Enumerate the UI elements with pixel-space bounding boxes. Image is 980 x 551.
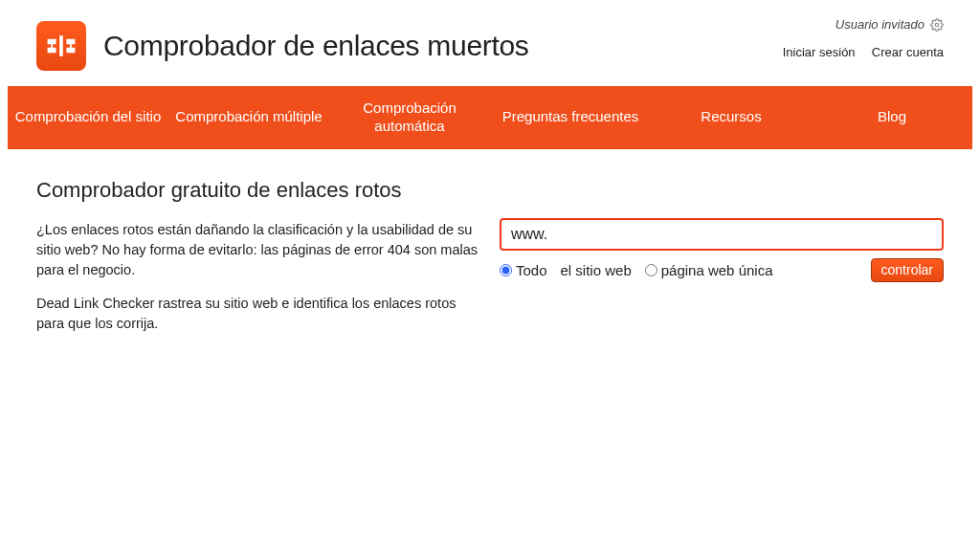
nav-blog[interactable]: Blog — [812, 86, 972, 149]
site-label: el sitio web — [561, 262, 632, 278]
url-input[interactable] — [500, 218, 944, 251]
logo-icon — [36, 21, 86, 71]
radio-whole-site-label[interactable]: Todo — [516, 262, 547, 278]
guest-user-label: Usuario invitado — [835, 17, 924, 32]
check-form: Todo el sitio web página web única contr… — [500, 178, 944, 347]
login-link[interactable]: Iniciar sesión — [783, 45, 856, 59]
intro-para-2: Dead Link Checker rastrea su sitio web e… — [36, 294, 480, 334]
header-right: Usuario invitado Iniciar sesión Crear cu… — [783, 17, 944, 59]
check-button[interactable]: controlar — [871, 258, 944, 282]
gear-icon[interactable] — [930, 18, 944, 32]
nav-multi-check[interactable]: Comprobación múltiple — [168, 86, 329, 149]
intro-column: Comprobador gratuito de enlaces rotos ¿L… — [36, 178, 480, 347]
radio-single-page[interactable] — [645, 264, 657, 276]
radio-whole-site[interactable] — [500, 264, 512, 276]
nav-auto-check[interactable]: Comprobación automática — [329, 86, 490, 149]
radio-single-page-label[interactable]: página web única — [661, 262, 773, 278]
nav-resources[interactable]: Recursos — [651, 86, 812, 149]
header: Comprobador de enlaces muertos Usuario i… — [8, 0, 972, 80]
intro-para-1: ¿Los enlaces rotos están dañando la clas… — [36, 220, 480, 280]
page-title: Comprobador de enlaces muertos — [103, 30, 529, 62]
nav-site-check[interactable]: Comprobación del sitio — [8, 86, 168, 149]
sub-heading: Comprobador gratuito de enlaces rotos — [36, 178, 480, 203]
main-nav: Comprobación del sitio Comprobación múlt… — [8, 86, 972, 149]
nav-faq[interactable]: Preguntas frecuentes — [490, 86, 651, 149]
svg-point-2 — [935, 23, 939, 27]
signup-link[interactable]: Crear cuenta — [872, 45, 944, 59]
svg-rect-1 — [59, 35, 63, 56]
